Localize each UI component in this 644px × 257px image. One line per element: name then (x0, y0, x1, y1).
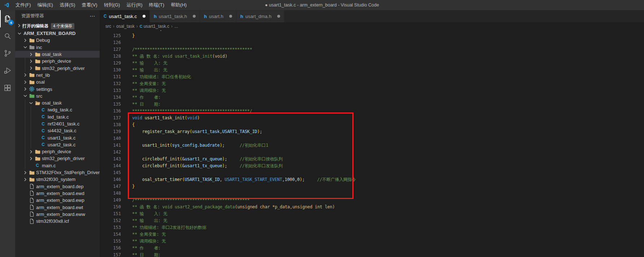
code-line-140[interactable]: 140 (100, 135, 644, 142)
code-line-156[interactable]: 156** 作 者: (100, 245, 644, 252)
tree-item-arm_extern_board.dep[interactable]: arm_extern_board.dep (15, 183, 100, 190)
menu-item-terminal[interactable]: 终端(T) (145, 0, 167, 10)
tree-item-nrf24l01_task.c[interactable]: Cnrf24l01_task.c (15, 120, 100, 127)
breadcrumb-item-...[interactable]: ... (174, 24, 178, 29)
tree-item-iwdg_task.c[interactable]: Ciwdg_task.c (15, 106, 100, 113)
menu-item-file[interactable]: 文件(F) (12, 0, 34, 10)
modified-dot-icon[interactable] (277, 15, 280, 18)
tree-item-arm_extern_board.ewp[interactable]: arm_extern_board.ewp (15, 197, 100, 204)
tree-item-stm32f030x8.icf[interactable]: stm32f030x8.icf (15, 218, 100, 225)
tree-item-net_lib[interactable]: net_lib (15, 72, 100, 79)
code-line-148[interactable]: 148 (100, 190, 644, 197)
code-line-145[interactable]: 145 (100, 169, 644, 176)
folder-open-icon (34, 100, 41, 106)
code-line-153[interactable]: 153** 功能描述: 串口2发送打包好的数据 (100, 224, 644, 231)
code-line-134[interactable]: 134** 作 者: (100, 94, 644, 101)
tab-usart1_task.h[interactable]: husart1_task.h (150, 10, 200, 22)
tab-usart_dma.h[interactable]: husart_dma.h (236, 10, 284, 22)
code-line-135[interactable]: 135** 日 期: (100, 101, 644, 108)
code-line-155[interactable]: 155** 调用模块: 无 (100, 238, 644, 245)
breadcrumb-label: osal_task (116, 24, 135, 29)
menu-item-help[interactable]: 帮助(H) (167, 0, 190, 10)
activity-source-control-button[interactable] (0, 45, 15, 62)
tree-item-usart1_task.c[interactable]: Cusart1_task.c (15, 134, 100, 141)
activity-extensions-button[interactable] (0, 79, 15, 97)
tab-usart.h[interactable]: husart.h (200, 10, 236, 22)
code-line-152[interactable]: 152** 输 出: 无 (100, 217, 644, 224)
menu-item-selection[interactable]: 选择(S) (56, 0, 78, 10)
line-number: 136 (100, 108, 121, 115)
tree-item-inc[interactable]: inc (15, 44, 100, 51)
code-line-127[interactable]: 127/************************************… (100, 46, 644, 53)
code-line-151[interactable]: 151** 输 入: 无 (100, 211, 644, 217)
code-line-136[interactable]: 136*************************************… (100, 108, 644, 115)
tree-item-Debug[interactable]: Debug (15, 37, 100, 44)
line-number: 130 (100, 67, 121, 74)
menu-item-go[interactable]: 转到(G) (101, 0, 123, 10)
code-line-133[interactable]: 133** 调用模块: 无 (100, 87, 644, 94)
activity-search-button[interactable] (0, 27, 15, 45)
modified-dot-icon[interactable] (193, 15, 196, 18)
breadcrumb-item-src[interactable]: src (105, 24, 111, 29)
tree-item-led_task.c[interactable]: Cled_task.c (15, 114, 100, 120)
code-line-147[interactable]: 147} (100, 183, 644, 190)
indent-spacer (34, 135, 40, 141)
tree-item-osal_task[interactable]: osal_task (15, 99, 100, 106)
code-line-132[interactable]: 132** 全局变量: 无 (100, 80, 644, 87)
indent-guide (25, 127, 25, 134)
activity-run-debug-button[interactable] (0, 62, 15, 79)
tree-item-osal_task[interactable]: osal_task (15, 51, 100, 58)
code-line-142[interactable]: 142 (100, 149, 644, 156)
code-line-154[interactable]: 154** 全局变量: 无 (100, 231, 644, 238)
indent-spacer (22, 190, 28, 196)
tab-usart1_task.c[interactable]: Cusart1_task.c (100, 10, 150, 22)
tree-item-periph_device[interactable]: periph_device (15, 148, 100, 155)
menu-item-edit[interactable]: 编辑(E) (34, 0, 56, 10)
code-line-141[interactable]: 141 usart1_init(sys_config.baudrate); //… (100, 142, 644, 149)
tree-item-arm_extern_board.eww[interactable]: arm_extern_board.eww (15, 211, 100, 218)
code-line-129[interactable]: 129** 输 入: 无 (100, 60, 644, 67)
code-line-126[interactable]: 126 (100, 39, 644, 46)
menu-item-run[interactable]: 运行(R) (123, 0, 145, 10)
modified-dot-icon[interactable] (229, 15, 232, 18)
breadcrumb-item-usart1_task.c[interactable]: Cusart1_task.c (140, 24, 169, 29)
code-line-157[interactable]: 157** 日 期: (100, 252, 644, 257)
indent-guide (31, 127, 31, 134)
code-line-143[interactable]: 143 circlebuff_init(&usart1_rx_queue); /… (100, 156, 644, 163)
tree-item-usart2_task.c[interactable]: Cusart2_task.c (15, 141, 100, 148)
code-line-150[interactable]: 150** 函 数 名: void usart2_send_package_da… (100, 204, 644, 211)
tree-item-arm_extern_board.ewt[interactable]: arm_extern_board.ewt (15, 204, 100, 211)
indent-spacer (34, 121, 40, 127)
code-line-131[interactable]: 131** 功能描述: 串口任务初始化 (100, 74, 644, 80)
tree-item-label: stm32f030_system (36, 177, 75, 182)
tree-item-main.c[interactable]: Cmain.c (15, 162, 100, 169)
code-line-130[interactable]: 130** 输 出: 无 (100, 67, 644, 74)
tree-item-stm32_periph_driver[interactable]: stm32_periph_driver (15, 155, 100, 162)
code-line-138[interactable]: 138{ (100, 121, 644, 128)
activity-explorer-button[interactable]: 4 (0, 10, 15, 27)
code-line-146[interactable]: 146 osal_start_timer(USART1_TASK_ID, USA… (100, 176, 644, 183)
tree-item-osal[interactable]: osal (15, 79, 100, 85)
code-line-137[interactable]: 137void usart1_task_init(void) (100, 115, 644, 121)
chevron-down-icon (28, 100, 34, 106)
tree-item-STM32F0xx_StdPeriph_Driver[interactable]: STM32F0xx_StdPeriph_Driver (15, 169, 100, 176)
code-line-128[interactable]: 128** 函 数 名: void usart_task_init(void) (100, 53, 644, 60)
code-line-149[interactable]: 149/************************************… (100, 197, 644, 204)
tree-item-stm32f030_system[interactable]: stm32f030_system (15, 176, 100, 183)
tree-item-periph_device[interactable]: periph_device (15, 58, 100, 65)
sidebar-more-actions-button[interactable]: ⋯ (90, 13, 95, 19)
code-line-125[interactable]: 125} (100, 32, 644, 39)
tree-item-arm_extern_board.ewd[interactable]: arm_extern_board.ewd (15, 190, 100, 197)
code-editor[interactable]: return ;125}126127/*********************… (100, 30, 644, 257)
tree-item-stm32_periph_driver[interactable]: stm32_periph_driver (15, 65, 100, 71)
open-editors-section[interactable]: 打开的编辑器 4 个未保存 (15, 22, 100, 30)
tree-item-ARM_EXTERN_BOARD[interactable]: ARM_EXTERN_BOARD (15, 30, 100, 37)
tree-item-si4432_task.c[interactable]: Csi4432_task.c (15, 127, 100, 134)
modified-dot-icon[interactable] (143, 15, 145, 18)
code-line-139[interactable]: 139 register_task_array(usart1_task,USAR… (100, 128, 644, 135)
code-line-144[interactable]: 144 circlebuff_init(&usart1_tx_queue); /… (100, 163, 644, 169)
menu-item-view[interactable]: 查看(V) (78, 0, 100, 10)
tree-item-src[interactable]: src (15, 93, 100, 99)
breadcrumb-item-osal_task[interactable]: osal_task (116, 24, 135, 29)
tree-item-settings[interactable]: settings (15, 85, 100, 92)
